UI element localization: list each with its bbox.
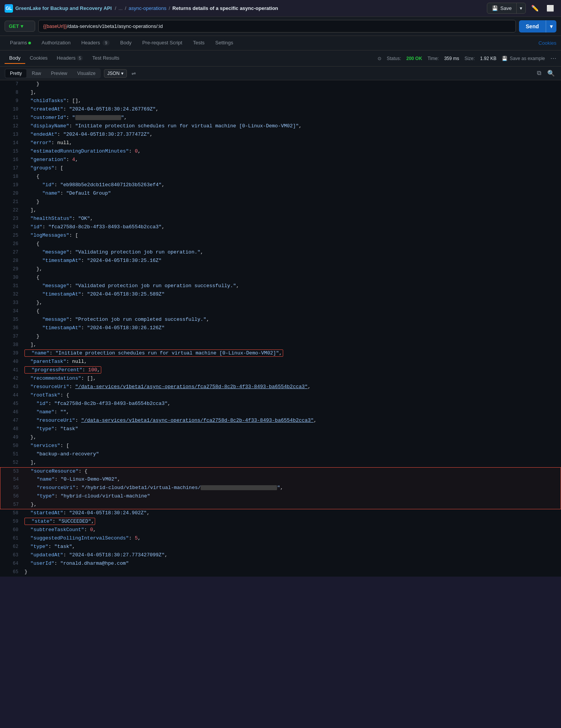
app-logo: GL GreenLake for Backup and Recovery API — [5, 4, 112, 13]
tab-settings[interactable]: Settings — [210, 36, 238, 50]
tab-headers[interactable]: Headers 9 — [76, 36, 115, 50]
method-label: GET — [9, 23, 19, 29]
resp-tab-body[interactable]: Body — [5, 53, 25, 64]
json-line-17: 17 "groups": [ — [0, 164, 561, 173]
resp-tab-cookies[interactable]: Cookies — [25, 53, 52, 64]
format-bar: Pretty Raw Preview Visualize JSON ▾ ⇌ ⧉ … — [0, 67, 561, 80]
search-button[interactable]: 🔍 — [546, 68, 556, 78]
cookies-link[interactable]: Cookies — [538, 40, 556, 46]
copy-button[interactable]: ⧉ — [535, 68, 543, 78]
size-label: Size: — [465, 56, 475, 61]
json-line-30: 30 { — [0, 274, 561, 282]
tab-body[interactable]: Body — [115, 36, 137, 50]
json-line-35: 35 "message": "Protection job run comple… — [0, 316, 561, 324]
json-line-27: 27 "message": "Validating protection job… — [0, 249, 561, 257]
json-line-12: 12 "displayName": "Initiate protection s… — [0, 122, 561, 131]
json-line-56: 56 "type": "hybrid-cloud/virtual-machine… — [0, 492, 561, 501]
wrap-icon[interactable]: ⇌ — [131, 70, 136, 76]
json-viewer: 7 } 8 ], 9 "childTasks": [], 10 "created… — [0, 80, 561, 577]
method-dropdown-icon: ▾ — [21, 23, 23, 29]
json-line-46: 46 "name": "", — [0, 408, 561, 417]
json-line-37: 37 } — [0, 333, 561, 341]
json-line-23: 23 "healthStatus": "OK", — [0, 215, 561, 223]
format-preview[interactable]: Preview — [46, 69, 72, 78]
tab-params[interactable]: Params — [5, 36, 36, 50]
json-line-49: 49 }, — [0, 434, 561, 442]
json-line-43: 43 "resourceUri": "/data-services/v1beta… — [0, 383, 561, 392]
json-line-53: 53 "sourceResource": { — [0, 467, 561, 476]
breadcrumb-link[interactable]: async-operations — [128, 5, 166, 11]
method-select[interactable]: GET ▾ — [5, 21, 35, 32]
json-line-62: 62 "type": "task", — [0, 543, 561, 551]
send-dropdown-arrow[interactable]: ▾ — [546, 20, 556, 32]
breadcrumb-current: Returns details of a specific async-oper… — [172, 5, 278, 11]
share-button[interactable]: ⬜ — [544, 2, 556, 14]
url-input[interactable]: {{baseUrl}}/data-services/v1beta1/async-… — [38, 20, 516, 32]
json-line-61: 61 "suggestedPollingIntervalSeconds": 5, — [0, 535, 561, 543]
json-line-34: 34 { — [0, 307, 561, 316]
json-line-38: 38 ], — [0, 341, 561, 349]
json-line-26: 26 { — [0, 240, 561, 249]
json-line-52: 52 ], — [0, 459, 561, 467]
app-logo-icon: GL — [5, 4, 13, 13]
edit-button[interactable]: ✏️ — [529, 2, 541, 14]
top-bar-actions: 💾 Save ▾ ✏️ ⬜ — [487, 2, 556, 14]
json-line-58: 58 "startedAt": "2024-04-05T18:30:24.902… — [0, 509, 561, 518]
status-value: 200 OK — [406, 56, 422, 61]
resp-tab-headers[interactable]: Headers 5 — [52, 53, 88, 64]
json-line-20: 20 "name": "Default Group" — [0, 190, 561, 198]
tab-pre-request[interactable]: Pre-request Script — [137, 36, 188, 50]
save-button[interactable]: 💾 Save ▾ — [487, 3, 526, 14]
save-example-button[interactable]: 💾 Save as example — [502, 56, 545, 61]
json-line-11: 11 "customerId": "", — [0, 114, 561, 122]
save-icon: 💾 — [502, 56, 507, 61]
json-line-65: 65 } — [0, 568, 561, 577]
status-icon: ⊙ — [378, 56, 381, 61]
status-label: Status: — [387, 56, 401, 61]
response-tabs: Body Cookies Headers 5 Test Results — [5, 53, 124, 64]
params-dot — [28, 42, 31, 44]
send-button-main[interactable]: Send — [519, 20, 546, 32]
json-line-8: 8 ], — [0, 89, 561, 97]
json-line-63: 63 "updatedAt": "2024-04-05T18:30:27.773… — [0, 551, 561, 560]
send-label: Send — [526, 23, 539, 29]
json-label: JSON — [107, 71, 120, 76]
format-visualize[interactable]: Visualize — [73, 69, 100, 78]
send-button[interactable]: Send ▾ — [519, 20, 556, 32]
json-line-10: 10 "createdAt": "2024-04-05T18:30:24.267… — [0, 106, 561, 114]
json-line-15: 15 "estimatedRunningDurationMinutes": 0, — [0, 148, 561, 156]
format-tabs: Pretty Raw Preview Visualize — [5, 68, 101, 78]
json-line-55: 55 "resourceUri": "/hybrid-cloud/v1beta1… — [0, 484, 561, 492]
json-line-60: 60 "subtreeTaskCount": 0, — [0, 526, 561, 535]
breadcrumb: / ... / async-operations / Returns detai… — [115, 5, 278, 11]
json-line-14: 14 "error": null, — [0, 139, 561, 148]
url-path: /data-services/v1beta1/async-operations/… — [67, 23, 163, 29]
json-line-18: 18 { — [0, 173, 561, 181]
json-line-19: 19 "id": "eb988b5e2dcb11ec840712b3b5263e… — [0, 181, 561, 190]
json-line-31: 31 "message": "Validated protection job … — [0, 282, 561, 291]
more-options-button[interactable]: ⋯ — [550, 55, 556, 62]
format-raw[interactable]: Raw — [27, 69, 45, 78]
json-line-42: 42 "recommendations": [], — [0, 375, 561, 383]
resp-tab-test-results[interactable]: Test Results — [88, 53, 124, 64]
json-line-45: 45 "id": "fca2758d-8c2b-4f33-8493-ba6554… — [0, 400, 561, 408]
json-line-28: 28 "timestampAt": "2024-04-05T18:30:25.1… — [0, 257, 561, 265]
json-line-22: 22 ], — [0, 206, 561, 215]
body-format-right: ⧉ 🔍 — [535, 68, 556, 78]
time-label: Time: — [428, 56, 439, 61]
format-pretty[interactable]: Pretty — [5, 69, 26, 78]
save-button-main[interactable]: 💾 Save — [487, 3, 517, 13]
top-bar: GL GreenLake for Backup and Recovery API… — [0, 0, 561, 17]
json-line-24: 24 "id": "fca2758d-8c2b-4f33-8493-ba6554… — [0, 223, 561, 232]
time-value: 359 ms — [444, 56, 459, 61]
json-line-54: 54 "name": "0-Linux-Demo-VM02", — [0, 476, 561, 484]
tab-tests[interactable]: Tests — [188, 36, 210, 50]
json-line-39: 39 "name": "Initiate protection schedule… — [0, 349, 561, 358]
json-type-select[interactable]: JSON ▾ — [104, 69, 127, 78]
breadcrumb-sep3: / — [169, 5, 170, 11]
json-line-50: 50 "services": [ — [0, 442, 561, 450]
json-line-44: 44 "rootTask": { — [0, 392, 561, 400]
tab-authorization[interactable]: Authorization — [36, 36, 76, 50]
save-dropdown-arrow[interactable]: ▾ — [517, 3, 525, 13]
breadcrumb-sep1: / — [115, 5, 116, 11]
